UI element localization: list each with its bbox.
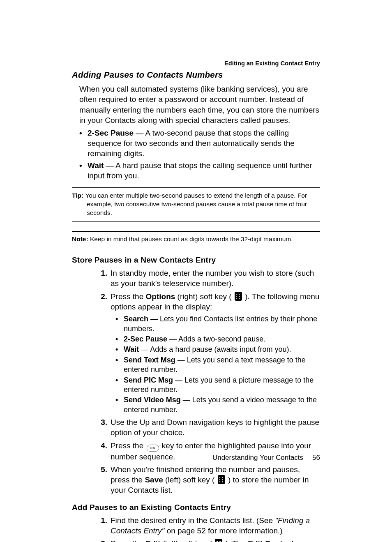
stepb-1-post: on page 52 for more information.) — [164, 526, 282, 535]
pause-type-2sec: 2-Sec Pause — A two-second pause that st… — [79, 128, 320, 159]
pause-type-wait: Wait — A hard pause that stops the calli… — [79, 160, 320, 181]
opt-2sec-desc: — Adds a two-second pause. — [167, 335, 265, 343]
options-submenu: Search — Lets you find Contacts list ent… — [115, 314, 320, 415]
step-2-pre: Press the — [111, 292, 146, 301]
pause-types-list: 2-Sec Pause — A two-second pause that st… — [79, 128, 320, 181]
tip-label: Tip: — [72, 192, 85, 199]
page-footer: Understanding Your Contacts56 — [212, 454, 320, 462]
step-5-save: Save — [145, 475, 163, 484]
stepb-2-mid1: (left) soft key ( — [160, 539, 214, 542]
stepb-2-editcontact: Edit Contact — [248, 539, 294, 542]
pause-wait-label: Wait — [88, 161, 104, 170]
opt-video-label: Send Video Msg — [124, 396, 181, 404]
opt-video: Send Video Msg — Lets you send a video m… — [115, 395, 320, 415]
page: Editing an Existing Contact Entry Adding… — [0, 0, 392, 542]
opt-search-label: Search — [124, 315, 148, 323]
opt-wait: Wait — Adds a hard pause (awaits input f… — [115, 345, 320, 354]
pause-2sec-label: 2-Sec Pause — [88, 129, 134, 137]
opt-wait-label: Wait — [124, 345, 139, 353]
opt-2sec: 2-Sec Pause — Adds a two-second pause. — [115, 334, 320, 344]
stepb-2-pre: Press the — [111, 539, 146, 542]
step-5-mid: (left) soft key ( — [163, 475, 217, 484]
footer-page-number: 56 — [312, 454, 320, 462]
note-callout: Note: Keep in mind that pauses count as … — [72, 231, 320, 248]
steps-add-existing: Find the desired entry in the Contacts l… — [96, 515, 320, 542]
heading-adding-pauses: Adding Pauses to Contacts Numbers — [72, 70, 320, 80]
opt-text: Send Text Msg — Lets you send a text mes… — [115, 355, 320, 375]
softkey-icon — [218, 475, 225, 484]
intro-text: When you call automated systems (like ba… — [79, 84, 320, 125]
opt-2sec-label: 2-Sec Pause — [124, 335, 167, 343]
stepb-2-mid2: ). The — [223, 539, 248, 542]
pause-wait-desc: — A hard pause that stops the calling se… — [88, 161, 312, 180]
opt-text-label: Send Text Msg — [124, 356, 175, 364]
stepb-1: Find the desired entry in the Contacts l… — [96, 515, 320, 536]
stepb-2-edit: Edit — [146, 539, 161, 542]
note-label: Note: — [72, 235, 90, 242]
stepb-2: Press the Edit (left) soft key ( ). The … — [96, 538, 320, 542]
ok-key-icon: OK — [147, 445, 159, 452]
opt-pic-label: Send PIC Msg — [124, 376, 173, 384]
tip-callout: Tip: You can enter multiple two-second p… — [72, 187, 320, 222]
step-2-options: Options — [146, 292, 175, 301]
heading-store-new: Store Pauses in a New Contacts Entry — [72, 256, 320, 265]
step-3: Use the Up and Down navigation keys to h… — [96, 417, 320, 438]
step-4-pre: Press the — [111, 441, 146, 450]
opt-wait-desc: — Adds a hard pause (awaits input from y… — [139, 345, 291, 353]
tip-text: You can enter multiple two-second pauses… — [85, 192, 307, 216]
opt-pic: Send PIC Msg — Lets you send a picture m… — [115, 376, 320, 395]
step-2-mid1: (right) soft key ( — [175, 292, 234, 301]
note-text: Keep in mind that pauses count as digits… — [90, 235, 293, 242]
heading-add-existing: Add Pauses to an Existing Contacts Entry — [72, 503, 320, 512]
intro-paragraph: When you call automated systems (like ba… — [79, 84, 320, 125]
step-5: When you're finished entering the number… — [96, 464, 320, 496]
step-1: In standby mode, enter the number you wi… — [96, 268, 320, 289]
softkey-icon — [235, 292, 242, 301]
footer-section: Understanding Your Contacts — [212, 454, 303, 461]
softkey-icon — [215, 539, 222, 542]
opt-search: Search — Lets you find Contacts list ent… — [115, 314, 320, 334]
running-head: Editing an Existing Contact Entry — [224, 60, 320, 67]
opt-search-desc: — Lets you find Contacts list entries by… — [124, 315, 317, 332]
stepb-1-pre: Find the desired entry in the Contacts l… — [111, 516, 275, 525]
step-2: Press the Options (right) soft key ( ). … — [96, 291, 320, 415]
